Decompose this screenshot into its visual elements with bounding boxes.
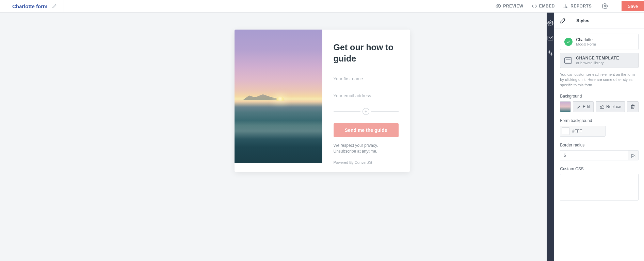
pencil-icon: [577, 105, 581, 109]
panel-title: Styles: [576, 18, 589, 23]
magic-wand-icon: [560, 18, 566, 24]
background-label: Background: [560, 94, 639, 99]
powered-by-text[interactable]: Powered By ConvertKit: [334, 160, 399, 164]
help-text: You can customize each element on the fo…: [560, 72, 639, 88]
form-background-image[interactable]: [235, 30, 322, 163]
template-icon: [564, 57, 572, 64]
sidetab-email[interactable]: [547, 35, 553, 41]
form-heading[interactable]: Get our how to guide: [334, 42, 399, 64]
svg-point-11: [551, 53, 552, 55]
svg-point-10: [549, 51, 550, 53]
color-swatch: [562, 127, 569, 135]
custom-css-label: Custom CSS: [560, 167, 639, 171]
preview-button[interactable]: PREVIEW: [496, 3, 524, 9]
form-background-label: Form background: [560, 118, 639, 123]
border-radius-unit: px: [628, 150, 639, 160]
code-icon: [532, 3, 537, 9]
chart-icon: [563, 3, 568, 9]
sidetab-advanced[interactable]: [547, 50, 553, 56]
delete-background-button[interactable]: [627, 101, 639, 112]
first-name-input[interactable]: [334, 73, 399, 84]
gears-icon: [547, 50, 553, 56]
trash-icon: [630, 104, 635, 109]
upload-icon: [599, 104, 604, 109]
add-field-button[interactable]: [363, 108, 369, 115]
background-thumbnail[interactable]: [560, 101, 571, 112]
edit-title-icon[interactable]: [52, 4, 57, 8]
replace-background-button[interactable]: Replace: [596, 101, 625, 112]
settings-gear-icon[interactable]: [600, 3, 610, 9]
template-name: Charlotte: [576, 37, 596, 42]
change-template-button[interactable]: CHANGE TEMPLATE or browse library: [560, 53, 639, 68]
eye-icon: [496, 3, 501, 9]
submit-button[interactable]: Send me the guide: [334, 123, 399, 137]
edit-background-button[interactable]: Edit: [573, 101, 594, 112]
mail-icon: [547, 35, 553, 41]
svg-point-0: [498, 5, 499, 7]
save-button[interactable]: Save: [622, 1, 644, 11]
reports-button[interactable]: REPORTS: [563, 3, 592, 9]
border-radius-label: Border radius: [560, 143, 639, 147]
border-radius-input[interactable]: [560, 150, 628, 160]
gear-icon: [547, 20, 553, 26]
form-preview-card[interactable]: Get our how to guide Send me the guide W…: [235, 30, 410, 172]
template-type: Modal Form: [576, 42, 596, 46]
embed-button[interactable]: EMBED: [532, 3, 555, 9]
privacy-text[interactable]: We respect your privacy. Unsubscribe at …: [334, 143, 399, 154]
sidetab-styles[interactable]: [547, 20, 553, 26]
email-input[interactable]: [334, 90, 399, 101]
custom-css-textarea[interactable]: [560, 174, 639, 201]
check-icon: [564, 38, 573, 46]
svg-point-5: [604, 5, 606, 7]
form-title[interactable]: Charlotte form: [12, 3, 47, 9]
svg-point-8: [550, 22, 551, 24]
form-background-color-picker[interactable]: #FFF: [560, 126, 606, 137]
current-template-card: Charlotte Modal Form: [560, 34, 639, 50]
plus-icon: [364, 109, 368, 114]
